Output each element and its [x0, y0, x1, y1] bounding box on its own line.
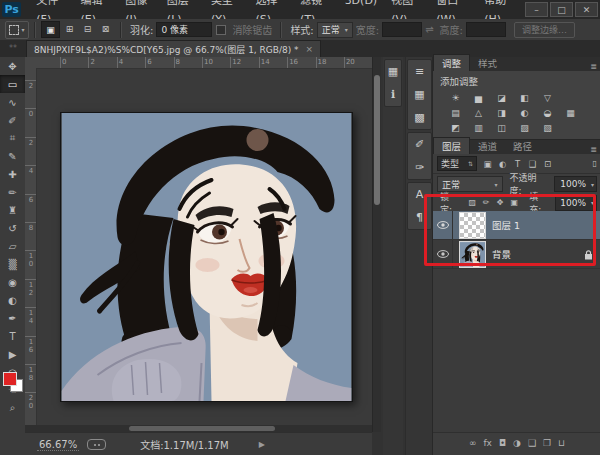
- invert-icon[interactable]: ◩: [447, 121, 464, 134]
- brush-icon[interactable]: ✐: [408, 133, 431, 156]
- move-tool[interactable]: ✥: [0, 57, 25, 75]
- black-white-icon[interactable]: ◨: [493, 106, 510, 119]
- layer-name[interactable]: 图层 1: [492, 218, 520, 232]
- spot-healing-brush-tool[interactable]: ✚: [0, 165, 25, 183]
- layer-thumbnail-transparent[interactable]: [459, 212, 486, 239]
- path-selection-tool[interactable]: ▶: [0, 345, 25, 363]
- color-lookup-icon[interactable]: ▦: [562, 106, 579, 119]
- zoom-tool[interactable]: ⌕: [0, 399, 25, 417]
- scrollbar-thumb[interactable]: [374, 75, 380, 205]
- brush-tool[interactable]: ✏: [0, 183, 25, 201]
- layer-thumbnail-image[interactable]: [459, 241, 486, 268]
- antialias-checkbox[interactable]: [216, 25, 226, 35]
- curves-icon[interactable]: ◪: [493, 91, 510, 104]
- pen-tool[interactable]: ✒: [0, 309, 25, 327]
- styles-icon[interactable]: ▩: [408, 106, 431, 129]
- filter-adjustment-layers-icon[interactable]: ◐: [495, 157, 510, 170]
- subtract-from-selection-icon[interactable]: ⊟: [79, 21, 96, 36]
- lock-image-pixels-icon[interactable]: ✏: [480, 197, 492, 209]
- close-button[interactable]: ✕: [575, 2, 598, 17]
- selective-color-icon[interactable]: ▧: [539, 121, 556, 134]
- blur-tool[interactable]: ◉: [0, 273, 25, 291]
- layer-name[interactable]: 背景: [492, 247, 511, 261]
- filter-smart-objects-icon[interactable]: ⊡: [540, 157, 555, 170]
- link-dimensions-icon[interactable]: ⇌: [425, 24, 433, 35]
- tool-preset-picker[interactable]: ▾: [5, 21, 29, 39]
- filter-type-layers-icon[interactable]: T: [510, 157, 525, 170]
- width-input[interactable]: [382, 22, 422, 37]
- channel-mixer-icon[interactable]: ◒: [539, 106, 556, 119]
- posterize-icon[interactable]: ▥: [470, 121, 487, 134]
- new-group-button[interactable]: ❑: [528, 438, 536, 448]
- levels-icon[interactable]: ▅: [470, 91, 487, 104]
- tab-adjustments[interactable]: 调整: [433, 54, 470, 71]
- type-tool[interactable]: T: [0, 327, 25, 345]
- quick-selection-tool[interactable]: ✐: [0, 111, 25, 129]
- history-brush-tool[interactable]: ↺: [0, 219, 25, 237]
- height-input[interactable]: [466, 22, 506, 37]
- layer-row-background[interactable]: 背景: [433, 240, 600, 269]
- eraser-tool[interactable]: ▱: [0, 237, 25, 255]
- tab-paths[interactable]: 路径: [505, 138, 540, 154]
- intersect-selection-icon[interactable]: ⊠: [97, 21, 114, 36]
- filter-pixel-layers-icon[interactable]: ▣: [480, 157, 495, 170]
- tab-close-icon[interactable]: ×: [306, 44, 314, 54]
- foreground-color-swatch[interactable]: [3, 372, 17, 386]
- scrollbar-thumb[interactable]: [129, 426, 275, 431]
- add-to-selection-icon[interactable]: ⊞: [61, 21, 78, 36]
- threshold-icon[interactable]: ◫: [493, 121, 510, 134]
- horizontal-scrollbar[interactable]: [25, 425, 372, 432]
- swatches-icon[interactable]: ▦: [408, 83, 431, 106]
- status-menu-arrow-icon[interactable]: ▶: [259, 440, 265, 449]
- lock-all-icon[interactable]: ▣: [508, 197, 520, 209]
- document-size-info[interactable]: 文档:1.17M/1.17M: [140, 437, 229, 452]
- document-tab[interactable]: 8NHJPXIF9L$A2)%S%CD[Y65.jpg @ 66.7%(图层 1…: [26, 40, 321, 57]
- link-layers-button[interactable]: ∞: [469, 438, 477, 448]
- rectangular-marquee-tool[interactable]: ▭: [0, 75, 25, 93]
- tab-layers[interactable]: 图层: [433, 137, 470, 154]
- add-layer-mask-button[interactable]: ◘: [499, 438, 506, 448]
- paragraph-icon[interactable]: ¶: [408, 206, 431, 229]
- clone-stamp-tool[interactable]: ♜: [0, 201, 25, 219]
- minimize-button[interactable]: –: [525, 2, 548, 17]
- delete-layer-button[interactable]: ⊔: [558, 438, 565, 448]
- tab-channels[interactable]: 通道: [470, 138, 505, 154]
- lasso-tool[interactable]: ∿: [0, 93, 25, 111]
- maximize-button[interactable]: □: [550, 2, 573, 17]
- brush-presets-icon[interactable]: ✑: [408, 156, 431, 179]
- gradient-map-icon[interactable]: ▨: [516, 121, 533, 134]
- new-adjustment-layer-button[interactable]: ◑: [513, 438, 521, 448]
- dodge-tool[interactable]: ◐: [0, 291, 25, 309]
- exposure-icon[interactable]: ◧: [516, 91, 533, 104]
- document-canvas[interactable]: [60, 112, 353, 402]
- feather-input[interactable]: 0 像素: [156, 22, 212, 37]
- refine-edge-button[interactable]: 调整边缘…: [514, 22, 575, 38]
- fill-field[interactable]: 100% ▾: [555, 195, 597, 211]
- zoom-level-field[interactable]: 66.67%: [37, 439, 79, 451]
- color-icon[interactable]: ≡: [408, 60, 431, 83]
- gradient-tool[interactable]: ▒: [0, 255, 25, 273]
- horizontal-ruler[interactable]: 0246810121416182022: [36, 57, 372, 69]
- info-icon[interactable]: ℹ: [385, 83, 401, 106]
- character-icon[interactable]: A: [408, 183, 431, 206]
- layer-visibility-toggle[interactable]: [433, 240, 453, 268]
- vibrance-icon[interactable]: ▽: [539, 91, 556, 104]
- photo-filter-icon[interactable]: ◐: [516, 106, 533, 119]
- layer-filtering-toggle[interactable]: ▯: [593, 159, 597, 168]
- layer-visibility-toggle[interactable]: [433, 211, 453, 239]
- brightness-contrast-icon[interactable]: ☀: [447, 91, 464, 104]
- new-layer-button[interactable]: ❐: [543, 438, 551, 448]
- panel-menu-icon[interactable]: ≣: [590, 145, 597, 154]
- crop-tool[interactable]: ⌗: [0, 129, 25, 147]
- style-dropdown[interactable]: 正常 ▾: [317, 22, 353, 38]
- hue-saturation-icon[interactable]: ▤: [447, 106, 464, 119]
- eyedropper-tool[interactable]: ✎: [0, 147, 25, 165]
- new-selection-icon[interactable]: ▣: [41, 21, 60, 38]
- lock-position-icon[interactable]: ✥: [494, 197, 506, 209]
- panel-menu-icon[interactable]: ≣: [590, 62, 597, 71]
- layer-style-button[interactable]: fx: [483, 438, 492, 448]
- filter-shape-layers-icon[interactable]: ❑: [525, 157, 540, 170]
- lock-transparent-pixels-icon[interactable]: ▨: [466, 197, 478, 209]
- vertical-scrollbar[interactable]: [372, 57, 381, 432]
- histogram-icon[interactable]: ▦: [385, 60, 401, 83]
